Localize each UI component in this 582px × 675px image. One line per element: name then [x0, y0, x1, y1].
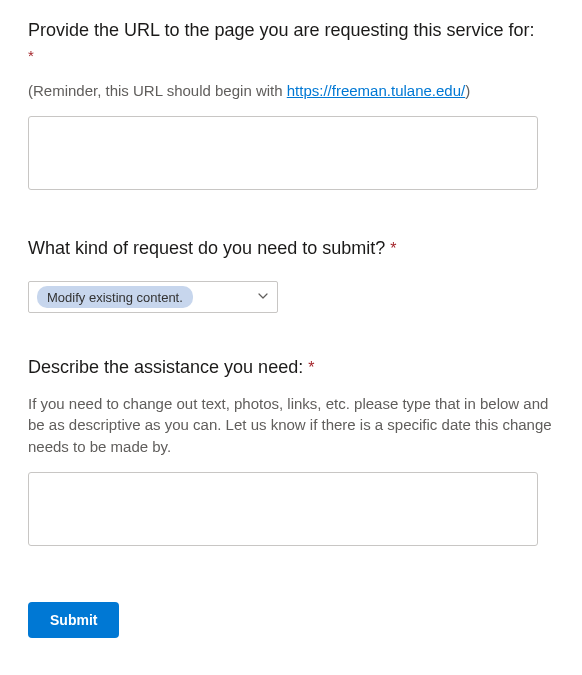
request-type-label: What kind of request do you need to subm…	[28, 236, 554, 261]
submit-button[interactable]: Submit	[28, 602, 119, 638]
field-url: Provide the URL to the page you are requ…	[28, 18, 554, 194]
url-input[interactable]	[28, 116, 538, 190]
submit-row: Submit	[28, 602, 554, 638]
url-label: Provide the URL to the page you are requ…	[28, 18, 554, 68]
field-request-type: What kind of request do you need to subm…	[28, 236, 554, 313]
url-reminder: (Reminder, this URL should begin with ht…	[28, 80, 554, 102]
chevron-down-icon	[257, 288, 269, 306]
assistance-input[interactable]	[28, 472, 538, 546]
request-type-selected-pill: Modify existing content.	[37, 286, 193, 308]
required-indicator: *	[390, 240, 396, 257]
url-reminder-prefix: (Reminder, this URL should begin with	[28, 82, 287, 99]
request-type-selected-text: Modify existing content.	[47, 290, 183, 305]
assistance-helper: If you need to change out text, photos, …	[28, 393, 554, 458]
request-type-select[interactable]: Modify existing content.	[28, 281, 278, 313]
assistance-label-text: Describe the assistance you need:	[28, 357, 303, 377]
required-indicator: *	[308, 359, 314, 376]
url-reminder-suffix: )	[465, 82, 470, 99]
assistance-label: Describe the assistance you need: *	[28, 355, 554, 380]
url-label-text: Provide the URL to the page you are requ…	[28, 20, 535, 40]
url-example-link[interactable]: https://freeman.tulane.edu/	[287, 82, 465, 99]
required-indicator: *	[28, 47, 34, 64]
field-assistance: Describe the assistance you need: * If y…	[28, 355, 554, 549]
request-type-label-text: What kind of request do you need to subm…	[28, 238, 385, 258]
